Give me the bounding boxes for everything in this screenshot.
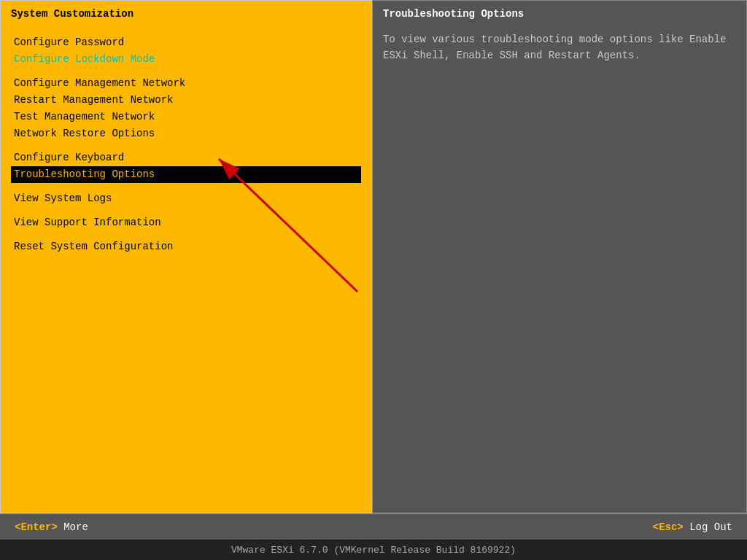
esc-action: Log Out (689, 521, 732, 533)
footer-bar: VMware ESXi 6.7.0 (VMKernel Release Buil… (0, 540, 747, 560)
esc-key-label: <Esc> (653, 521, 684, 533)
right-panel-title: Troubleshooting Options (383, 8, 736, 20)
enter-key[interactable]: <Enter> More (15, 521, 88, 533)
menu-item-configure-management[interactable]: Configure Management Network (11, 75, 361, 92)
menu-item-troubleshooting-options[interactable]: Troubleshooting Options (11, 166, 361, 183)
bottom-bar: <Enter> More <Esc> Log Out (0, 513, 747, 540)
menu-item-restart-management[interactable]: Restart Management Network (11, 92, 361, 109)
menu-item-configure-lockdown[interactable]: Configure Lockdown Mode (11, 51, 361, 68)
left-panel: System Customization Configure PasswordC… (0, 0, 372, 513)
menu-spacer (11, 183, 361, 190)
right-panel: Troubleshooting Options To view various … (372, 0, 747, 513)
menu-spacer (11, 207, 361, 214)
menu-item-view-support-info[interactable]: View Support Information (11, 214, 361, 231)
left-panel-title: System Customization (11, 8, 361, 23)
menu-spacer (11, 231, 361, 238)
menu-item-configure-keyboard[interactable]: Configure Keyboard (11, 149, 361, 166)
menu-item-test-management[interactable]: Test Management Network (11, 109, 361, 125)
menu-item-view-system-logs[interactable]: View System Logs (11, 190, 361, 207)
esc-key[interactable]: <Esc> Log Out (653, 521, 732, 533)
menu-item-network-restore[interactable]: Network Restore Options (11, 125, 361, 142)
menu-spacer (11, 68, 361, 75)
right-panel-description: To view various troubleshooting mode opt… (383, 31, 736, 64)
menu-spacer (11, 142, 361, 149)
enter-action: More (63, 521, 88, 533)
menu-item-configure-password[interactable]: Configure Password (11, 34, 361, 51)
menu-list: Configure PasswordConfigure Lockdown Mod… (11, 34, 361, 255)
enter-key-label: <Enter> (15, 521, 58, 533)
footer-text: VMware ESXi 6.7.0 (VMKernel Release Buil… (231, 545, 516, 556)
menu-item-reset-system[interactable]: Reset System Configuration (11, 238, 361, 255)
